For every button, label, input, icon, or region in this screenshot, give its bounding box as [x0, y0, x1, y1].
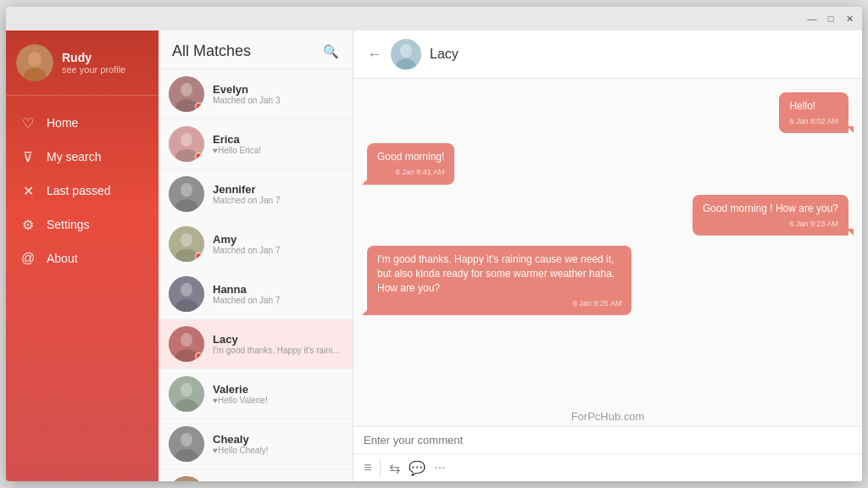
match-name: Chealy — [213, 433, 342, 446]
message-text: Hello! — [789, 99, 838, 114]
chat-footer-icons: ≡ ⇆ 💬 ··· — [353, 453, 862, 481]
svg-point-27 — [169, 476, 204, 481]
sidebar-item-about[interactable]: @ About — [6, 241, 159, 275]
matches-header: All Matches 🔍 — [159, 30, 353, 69]
sidebar-item-home[interactable]: ♡ Home — [6, 106, 159, 140]
online-dot — [195, 252, 203, 260]
app-window: — □ ✕ Rudy see your profile — [6, 7, 862, 481]
online-dot — [195, 352, 203, 360]
message-time: 6 Jan 8:02 AM — [789, 116, 838, 127]
sidebar-label-about: About — [47, 252, 78, 265]
matches-list: Evelyn Matched on Jan 3 Erica ♥Hello Eri… — [159, 69, 353, 481]
sidebar-profile[interactable]: Rudy see your profile — [6, 30, 159, 96]
match-avatar — [169, 226, 204, 262]
sidebar-user-subtitle[interactable]: see your profile — [62, 64, 148, 75]
svg-point-25 — [181, 433, 192, 446]
online-dot — [195, 152, 203, 160]
svg-point-19 — [181, 333, 192, 347]
matches-title: All Matches — [172, 42, 314, 60]
match-avatar — [169, 376, 204, 412]
speech-icon[interactable]: 💬 — [409, 460, 426, 476]
chat-messages: Hello!6 Jan 8:02 AMGood morning!6 Jan 8:… — [353, 79, 862, 407]
home-icon: ♡ — [19, 114, 36, 131]
chat-input[interactable] — [364, 434, 852, 446]
match-info: Lacy I'm good thanks. Happy it's raining… — [213, 333, 342, 355]
message-text: I'm good thanks. Happy it's raining caus… — [377, 252, 621, 295]
match-item[interactable]: Jennifer Matched on Jan 7 — [159, 169, 353, 219]
match-avatar — [169, 276, 204, 312]
sidebar-item-my-search[interactable]: ⊽ My search — [6, 140, 159, 174]
match-sub: Matched on Jan 3 — [213, 96, 342, 105]
match-item[interactable]: Ilse Matched on Jan 4 — [159, 469, 353, 481]
about-icon: @ — [19, 250, 36, 267]
sidebar-user-name: Rudy — [62, 51, 148, 64]
match-info: Amy Matched on Jan 7 — [213, 233, 342, 255]
match-sub: Matched on Jan 7 — [213, 196, 342, 205]
match-sub: Matched on Jan 7 — [213, 246, 342, 255]
match-item[interactable]: Amy Matched on Jan 7 — [159, 219, 353, 269]
message-text: Good morning! — [377, 150, 444, 164]
match-info: Erica ♥Hello Erica! — [213, 133, 342, 155]
avatar — [16, 44, 53, 81]
message-time: 6 Jan 9:23 AM — [703, 219, 838, 230]
maximize-button[interactable]: □ — [825, 13, 837, 25]
match-sub: ♥Hello Erica! — [213, 146, 342, 155]
minimize-button[interactable]: — — [806, 13, 818, 25]
chat-panel: ← Lacy Hello!6 Jan 8:02 AMGood morning!6… — [353, 30, 862, 481]
svg-point-10 — [181, 183, 192, 197]
match-sub: ♥Hello Chealy! — [213, 446, 342, 455]
svg-point-16 — [181, 283, 192, 297]
chat-input-bar — [353, 426, 862, 453]
close-button[interactable]: ✕ — [843, 13, 855, 25]
svg-point-22 — [181, 383, 192, 396]
app-body: Rudy see your profile ♡ Home ⊽ My search… — [6, 30, 862, 481]
match-name: Hanna — [213, 283, 342, 296]
match-avatar — [169, 426, 204, 462]
people-icon[interactable]: ≡ — [364, 460, 371, 475]
match-info: Jennifer Matched on Jan 7 — [213, 183, 342, 205]
match-item[interactable]: Valerie ♥Hello Valerie! — [159, 369, 353, 419]
message-bubble: I'm good thanks. Happy it's raining caus… — [367, 246, 632, 315]
chat-recipient-name: Lacy — [430, 47, 459, 62]
match-item[interactable]: Erica ♥Hello Erica! — [159, 119, 353, 169]
transfer-icon[interactable]: ⇆ — [389, 460, 400, 476]
match-item[interactable]: Chealy ♥Hello Chealy! — [159, 419, 353, 469]
sidebar-label-my-search: My search — [47, 150, 102, 164]
match-avatar — [169, 476, 204, 481]
sidebar-label-last-passed: Last passed — [47, 184, 111, 197]
message-bubble: Good morning ! How are you?6 Jan 9:23 AM — [693, 195, 849, 236]
match-name: Evelyn — [213, 83, 342, 96]
chat-recipient-avatar — [391, 39, 421, 69]
match-name: Valerie — [213, 383, 342, 396]
sidebar-item-last-passed[interactable]: ✕ Last passed — [6, 174, 159, 208]
back-icon[interactable]: ← — [367, 46, 382, 64]
match-avatar — [169, 76, 204, 112]
main-content: All Matches 🔍 Evelyn Matched on Jan 3 — [159, 30, 862, 481]
match-sub: I'm good thanks. Happy it's raining caus… — [213, 346, 342, 355]
match-sub: ♥Hello Valerie! — [213, 396, 342, 405]
sidebar-item-settings[interactable]: ⚙ Settings — [6, 208, 159, 241]
svg-point-13 — [181, 233, 192, 247]
message-text: Good morning ! How are you? — [703, 202, 838, 216]
match-name: Erica — [213, 133, 342, 146]
search-icon[interactable]: 🔍 — [323, 44, 339, 59]
match-name: Amy — [213, 233, 342, 246]
settings-icon: ⚙ — [19, 216, 36, 233]
svg-point-1 — [28, 52, 42, 67]
match-name: Jennifer — [213, 183, 342, 196]
match-item[interactable]: Hanna Matched on Jan 7 — [159, 269, 353, 319]
matches-panel: All Matches 🔍 Evelyn Matched on Jan 3 — [159, 30, 353, 481]
match-info: Hanna Matched on Jan 7 — [213, 283, 342, 305]
watermark: ForPcHub.com — [353, 407, 862, 426]
last-passed-icon: ✕ — [19, 182, 36, 199]
message-time: 6 Jan 8:41 AM — [377, 167, 444, 178]
match-item[interactable]: Lacy I'm good thanks. Happy it's raining… — [159, 319, 353, 369]
more-icon[interactable]: ··· — [434, 460, 445, 475]
svg-point-4 — [181, 83, 192, 97]
match-item[interactable]: Evelyn Matched on Jan 3 — [159, 69, 353, 119]
footer-divider — [380, 459, 381, 476]
sidebar: Rudy see your profile ♡ Home ⊽ My search… — [6, 30, 159, 481]
sidebar-label-settings: Settings — [47, 218, 90, 231]
chat-header: ← Lacy — [353, 30, 862, 79]
match-info: Chealy ♥Hello Chealy! — [213, 433, 342, 455]
